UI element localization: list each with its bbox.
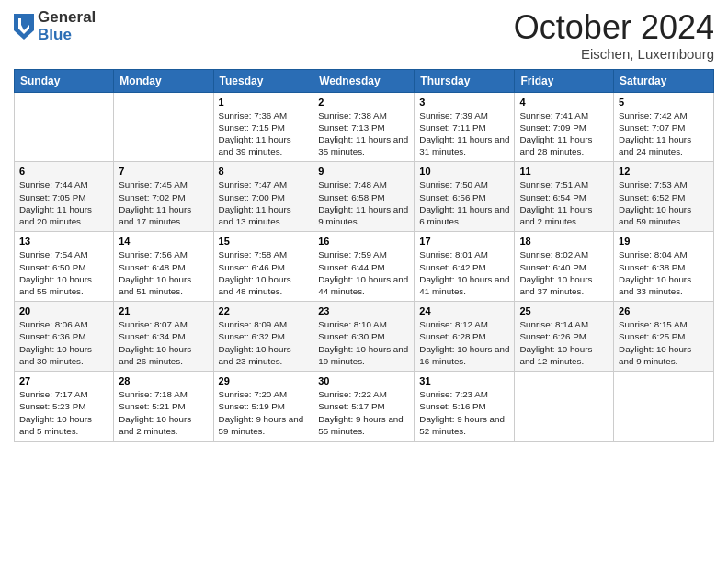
calendar-week-2: 13Sunrise: 7:54 AMSunset: 6:50 PMDayligh… xyxy=(15,232,714,302)
day-number: 19 xyxy=(619,236,709,247)
day-info: Sunrise: 8:07 AMSunset: 6:34 PMDaylight:… xyxy=(119,318,208,367)
day-info: Sunrise: 7:17 AMSunset: 5:23 PMDaylight:… xyxy=(19,388,108,437)
calendar-week-4: 27Sunrise: 7:17 AMSunset: 5:23 PMDayligh… xyxy=(15,372,714,442)
day-number: 21 xyxy=(119,305,208,316)
day-number: 20 xyxy=(19,305,108,316)
logo-general-text: General xyxy=(38,9,96,27)
table-cell: 23Sunrise: 8:10 AMSunset: 6:30 PMDayligh… xyxy=(313,302,415,372)
day-number: 14 xyxy=(119,236,208,247)
day-info: Sunrise: 7:48 AMSunset: 6:58 PMDaylight:… xyxy=(318,178,409,227)
table-cell: 6Sunrise: 7:44 AMSunset: 7:05 PMDaylight… xyxy=(15,162,114,232)
day-number: 23 xyxy=(318,305,409,316)
table-cell: 16Sunrise: 7:59 AMSunset: 6:44 PMDayligh… xyxy=(313,232,415,302)
table-cell: 26Sunrise: 8:15 AMSunset: 6:25 PMDayligh… xyxy=(614,302,714,372)
day-number: 25 xyxy=(519,305,609,316)
calendar-week-0: 1Sunrise: 7:36 AMSunset: 7:15 PMDaylight… xyxy=(15,92,714,162)
day-number: 28 xyxy=(119,375,208,386)
title-block: October 2024 Eischen, Luxembourg xyxy=(514,9,714,62)
day-number: 26 xyxy=(619,305,709,316)
day-number: 17 xyxy=(419,236,509,247)
calendar-week-1: 6Sunrise: 7:44 AMSunset: 7:05 PMDaylight… xyxy=(15,162,714,232)
col-wednesday: Wednesday xyxy=(313,69,415,92)
table-cell: 11Sunrise: 7:51 AMSunset: 6:54 PMDayligh… xyxy=(515,162,614,232)
table-cell: 29Sunrise: 7:20 AMSunset: 5:19 PMDayligh… xyxy=(213,372,313,442)
day-info: Sunrise: 7:53 AMSunset: 6:52 PMDaylight:… xyxy=(619,178,709,227)
day-info: Sunrise: 7:47 AMSunset: 7:00 PMDaylight:… xyxy=(219,178,309,227)
table-cell: 13Sunrise: 7:54 AMSunset: 6:50 PMDayligh… xyxy=(15,232,114,302)
day-number: 11 xyxy=(519,166,609,177)
table-cell: 24Sunrise: 8:12 AMSunset: 6:28 PMDayligh… xyxy=(415,302,515,372)
day-number: 1 xyxy=(219,97,309,108)
day-number: 24 xyxy=(419,305,509,316)
day-info: Sunrise: 7:54 AMSunset: 6:50 PMDaylight:… xyxy=(19,248,108,297)
table-cell: 5Sunrise: 7:42 AMSunset: 7:07 PMDaylight… xyxy=(614,92,714,162)
table-cell: 2Sunrise: 7:38 AMSunset: 7:13 PMDaylight… xyxy=(313,92,415,162)
table-cell: 21Sunrise: 8:07 AMSunset: 6:34 PMDayligh… xyxy=(114,302,213,372)
calendar-week-3: 20Sunrise: 8:06 AMSunset: 6:36 PMDayligh… xyxy=(15,302,714,372)
col-sunday: Sunday xyxy=(15,69,114,92)
day-number: 12 xyxy=(619,166,709,177)
day-number: 7 xyxy=(119,166,208,177)
day-info: Sunrise: 7:59 AMSunset: 6:44 PMDaylight:… xyxy=(318,248,409,297)
day-info: Sunrise: 8:15 AMSunset: 6:25 PMDaylight:… xyxy=(619,318,709,367)
day-info: Sunrise: 7:39 AMSunset: 7:11 PMDaylight:… xyxy=(419,109,509,158)
day-number: 10 xyxy=(419,166,509,177)
day-number: 4 xyxy=(519,97,609,108)
day-number: 2 xyxy=(318,97,409,108)
day-info: Sunrise: 7:58 AMSunset: 6:46 PMDaylight:… xyxy=(219,248,309,297)
logo-text: General Blue xyxy=(38,9,96,43)
day-number: 31 xyxy=(419,375,509,386)
table-cell: 4Sunrise: 7:41 AMSunset: 7:09 PMDaylight… xyxy=(515,92,614,162)
day-info: Sunrise: 8:14 AMSunset: 6:26 PMDaylight:… xyxy=(519,318,609,367)
col-monday: Monday xyxy=(114,69,213,92)
table-cell: 17Sunrise: 8:01 AMSunset: 6:42 PMDayligh… xyxy=(415,232,515,302)
logo-blue-text: Blue xyxy=(38,27,96,44)
day-info: Sunrise: 8:06 AMSunset: 6:36 PMDaylight:… xyxy=(19,318,108,367)
table-cell: 8Sunrise: 7:47 AMSunset: 7:00 PMDaylight… xyxy=(213,162,313,232)
day-number: 8 xyxy=(219,166,309,177)
day-info: Sunrise: 8:01 AMSunset: 6:42 PMDaylight:… xyxy=(419,248,509,297)
table-cell: 15Sunrise: 7:58 AMSunset: 6:46 PMDayligh… xyxy=(213,232,313,302)
day-number: 15 xyxy=(219,236,309,247)
table-cell: 18Sunrise: 8:02 AMSunset: 6:40 PMDayligh… xyxy=(515,232,614,302)
day-number: 30 xyxy=(318,375,409,386)
location: Eischen, Luxembourg xyxy=(514,46,714,62)
day-info: Sunrise: 7:41 AMSunset: 7:09 PMDaylight:… xyxy=(519,109,609,158)
calendar-header-row: Sunday Monday Tuesday Wednesday Thursday… xyxy=(15,69,714,92)
day-info: Sunrise: 7:50 AMSunset: 6:56 PMDaylight:… xyxy=(419,178,509,227)
day-info: Sunrise: 7:42 AMSunset: 7:07 PMDaylight:… xyxy=(619,109,709,158)
day-info: Sunrise: 8:12 AMSunset: 6:28 PMDaylight:… xyxy=(419,318,509,367)
table-cell: 9Sunrise: 7:48 AMSunset: 6:58 PMDaylight… xyxy=(313,162,415,232)
calendar-table: Sunday Monday Tuesday Wednesday Thursday… xyxy=(14,69,714,442)
col-thursday: Thursday xyxy=(415,69,515,92)
day-number: 3 xyxy=(419,97,509,108)
col-friday: Friday xyxy=(515,69,614,92)
page: General Blue October 2024 Eischen, Luxem… xyxy=(0,0,728,563)
table-cell xyxy=(515,372,614,442)
day-info: Sunrise: 7:18 AMSunset: 5:21 PMDaylight:… xyxy=(119,388,208,437)
table-cell: 20Sunrise: 8:06 AMSunset: 6:36 PMDayligh… xyxy=(15,302,114,372)
day-info: Sunrise: 7:23 AMSunset: 5:16 PMDaylight:… xyxy=(419,388,509,437)
table-cell: 22Sunrise: 8:09 AMSunset: 6:32 PMDayligh… xyxy=(213,302,313,372)
table-cell: 14Sunrise: 7:56 AMSunset: 6:48 PMDayligh… xyxy=(114,232,213,302)
header: General Blue October 2024 Eischen, Luxem… xyxy=(14,9,714,62)
col-tuesday: Tuesday xyxy=(213,69,313,92)
day-number: 22 xyxy=(219,305,309,316)
day-info: Sunrise: 8:10 AMSunset: 6:30 PMDaylight:… xyxy=(318,318,409,367)
table-cell: 19Sunrise: 8:04 AMSunset: 6:38 PMDayligh… xyxy=(614,232,714,302)
table-cell xyxy=(114,92,213,162)
table-cell: 7Sunrise: 7:45 AMSunset: 7:02 PMDaylight… xyxy=(114,162,213,232)
day-number: 18 xyxy=(519,236,609,247)
table-cell: 31Sunrise: 7:23 AMSunset: 5:16 PMDayligh… xyxy=(415,372,515,442)
day-number: 27 xyxy=(19,375,108,386)
table-cell xyxy=(614,372,714,442)
table-cell: 28Sunrise: 7:18 AMSunset: 5:21 PMDayligh… xyxy=(114,372,213,442)
day-info: Sunrise: 7:38 AMSunset: 7:13 PMDaylight:… xyxy=(318,109,409,158)
table-cell: 12Sunrise: 7:53 AMSunset: 6:52 PMDayligh… xyxy=(614,162,714,232)
table-cell: 3Sunrise: 7:39 AMSunset: 7:11 PMDaylight… xyxy=(415,92,515,162)
day-number: 5 xyxy=(619,97,709,108)
day-info: Sunrise: 7:44 AMSunset: 7:05 PMDaylight:… xyxy=(19,178,108,227)
table-cell xyxy=(15,92,114,162)
day-info: Sunrise: 7:51 AMSunset: 6:54 PMDaylight:… xyxy=(519,178,609,227)
month-title: October 2024 xyxy=(514,9,714,46)
